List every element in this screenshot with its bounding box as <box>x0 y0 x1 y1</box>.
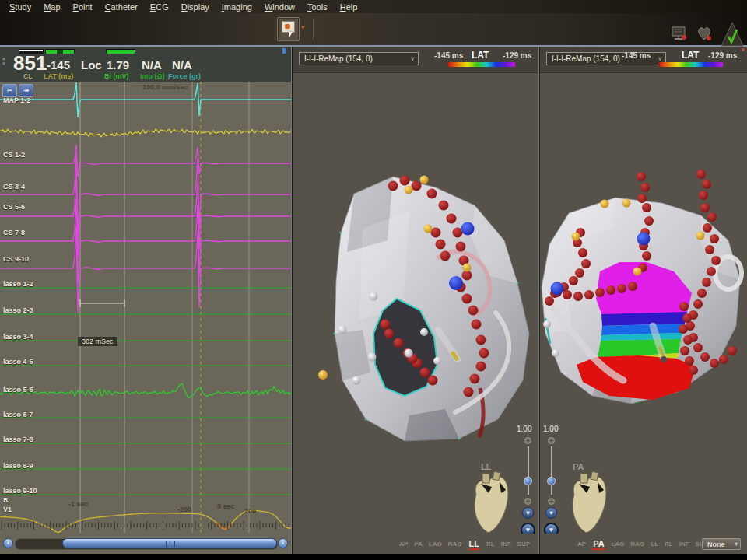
menu-study[interactable]: Study <box>3 2 37 12</box>
channel-label[interactable]: CS 5-6 <box>3 203 25 211</box>
channel-label[interactable]: lasso 8-9 <box>3 462 33 470</box>
orientation-lao[interactable]: LAO <box>612 541 625 548</box>
3d-map-viewport-pa[interactable]: 1.00 + − ♥ ♥ PA <box>540 73 747 534</box>
heart-mesh-pa <box>540 73 747 534</box>
trace-cs56 <box>0 173 291 257</box>
cl-label: CL <box>23 72 33 80</box>
orientation-rl[interactable]: RL <box>665 541 673 548</box>
loc-label: Loc <box>81 58 102 72</box>
channel-label[interactable]: CS 7-8 <box>3 229 25 236</box>
snapshot-icon <box>282 21 295 33</box>
snapshot-button[interactable] <box>277 17 300 41</box>
caliper-measurement-label[interactable]: 302 mSec <box>78 337 117 346</box>
bi-value: 1.79 <box>107 58 129 72</box>
channel-label[interactable]: CS 1-2 <box>3 151 25 159</box>
map-selector-dropdown[interactable]: I-I-I-ReMap (154, 0) ∨ <box>299 52 419 65</box>
orientation-pa-active[interactable]: PA <box>592 539 605 550</box>
scroll-left-button[interactable]: ‹ <box>3 538 13 548</box>
trace-cs78 <box>0 199 291 283</box>
chevron-down-icon: ▾ <box>735 539 738 550</box>
channel-label[interactable]: MAP 1-2 <box>3 96 30 104</box>
channel-label[interactable]: lasso 5-6 <box>3 386 33 394</box>
lat-label: LAT (ms) <box>44 72 73 80</box>
channel-label[interactable]: lasso 2-3 <box>3 306 33 314</box>
map-panel-ll: I-I-I-ReMap (154, 0) ∨ -145 ms LAT -129 … <box>293 47 538 554</box>
toolbar-separator <box>313 18 314 40</box>
orientation-inf[interactable]: INF <box>679 541 689 548</box>
map-header: I-I-I-ReMap (154, 0) ∨ -145 ms LAT -129 … <box>293 47 538 73</box>
signal-traces-area[interactable]: M MAP 1-2 CS 1-2 CS 3-4 CS 5-6 CS 7-8 CS… <box>0 82 291 537</box>
orientation-pa[interactable]: PA <box>414 541 423 548</box>
carto-application-window: Study Map Point Catheter ECG Display Ima… <box>0 0 747 560</box>
menu-window[interactable]: Window <box>258 2 301 12</box>
sync-view-button[interactable]: ♥ <box>544 523 559 534</box>
zoom-in-button[interactable]: + <box>524 437 531 444</box>
menu-map[interactable]: Map <box>37 2 66 12</box>
spinner-up-icon[interactable]: ▲ <box>2 56 6 61</box>
zoom-value-label: 1.00 <box>543 425 558 433</box>
orientation-inf[interactable]: INF <box>501 541 511 548</box>
spinner-down-icon[interactable]: ▼ <box>2 61 6 67</box>
trace-cs910 <box>0 226 291 313</box>
channel-label[interactable]: V1 <box>3 506 12 513</box>
orientation-rao[interactable]: RAO <box>630 541 644 548</box>
zoom-in-button[interactable]: + <box>548 437 555 444</box>
lat-color-scale-bar[interactable] <box>448 62 515 67</box>
menu-display[interactable]: Display <box>175 2 216 12</box>
lat-color-scale-bar[interactable] <box>659 62 723 67</box>
zoom-slider-track[interactable] <box>528 446 529 495</box>
scroll-right-button[interactable]: › <box>278 538 288 548</box>
projection-dropdown[interactable]: None ▾ <box>702 538 741 550</box>
channel-label[interactable]: lasso 1-2 <box>3 280 33 288</box>
channel-label[interactable]: lasso 4-5 <box>3 358 33 366</box>
channel-label[interactable]: CS 3-4 <box>3 183 25 191</box>
caliper-tool-button[interactable]: ✂ <box>2 84 17 97</box>
menu-point[interactable]: Point <box>67 2 99 12</box>
time-label: -1 sec <box>68 500 89 508</box>
menu-imaging[interactable]: Imaging <box>216 2 258 12</box>
channel-label[interactable]: lasso 6-7 <box>3 411 33 418</box>
lat-value: -145 <box>47 58 70 72</box>
orientation-ll-active[interactable]: LL <box>468 539 480 550</box>
beat-spinner[interactable]: ▲ ▼ <box>2 56 6 67</box>
zoom-slider-handle[interactable] <box>524 477 532 485</box>
toolbar: ▾ <box>0 13 747 45</box>
center-heart-button[interactable]: ♥ <box>522 507 534 519</box>
center-heart-button[interactable]: ♥ <box>545 507 557 519</box>
channel-label[interactable]: lasso 9-10 <box>3 487 37 495</box>
orientation-lao[interactable]: LAO <box>429 541 442 548</box>
orientation-ap[interactable]: AP <box>577 541 586 548</box>
orientation-ap[interactable]: AP <box>399 541 408 548</box>
panel-corner-button[interactable] <box>742 48 745 51</box>
zoom-out-button[interactable]: − <box>524 498 531 505</box>
orientation-rao[interactable]: RAO <box>448 541 462 548</box>
channel-label[interactable]: R <box>3 496 9 504</box>
orientation-ll[interactable]: LL <box>651 541 658 548</box>
menu-help[interactable]: Help <box>334 2 364 12</box>
channel-label[interactable]: lasso 3-4 <box>3 333 33 341</box>
menu-catheter[interactable]: Catheter <box>99 2 144 12</box>
menu-ecg[interactable]: ECG <box>144 2 175 12</box>
imp-value: N/A <box>142 58 162 72</box>
lat-scale-min: -145 ms <box>622 51 651 60</box>
annotation-tool-button[interactable]: ↠ <box>19 84 33 97</box>
channel-label[interactable]: CS 9-10 <box>3 255 29 263</box>
orientation-rl[interactable]: RL <box>486 541 495 548</box>
orientation-sup[interactable]: SUP <box>517 541 530 548</box>
scrollbar-thumb[interactable] <box>62 538 277 548</box>
channel-label[interactable]: lasso 7-8 <box>3 436 33 443</box>
heart-reference-model[interactable] <box>465 471 512 534</box>
heart-reference-model[interactable] <box>563 471 610 534</box>
sync-view-button[interactable]: ♥ <box>521 523 535 534</box>
force-label: Force (gr) <box>168 72 201 80</box>
zoom-slider-handle[interactable] <box>547 477 556 485</box>
view-orientation-label: LL <box>481 462 491 471</box>
bi-label: Bi (mV) <box>104 72 129 80</box>
zoom-slider-track[interactable] <box>551 446 552 495</box>
menu-tools[interactable]: Tools <box>301 2 334 12</box>
panel-separator <box>538 47 539 554</box>
snapshot-dropdown-chevron-icon[interactable]: ▾ <box>301 23 305 31</box>
zoom-out-button[interactable]: − <box>548 498 555 505</box>
3d-map-viewport-ll[interactable]: 1.00 + − ♥ ♥ LL <box>293 73 538 534</box>
panel-corner-button[interactable] <box>282 48 286 54</box>
